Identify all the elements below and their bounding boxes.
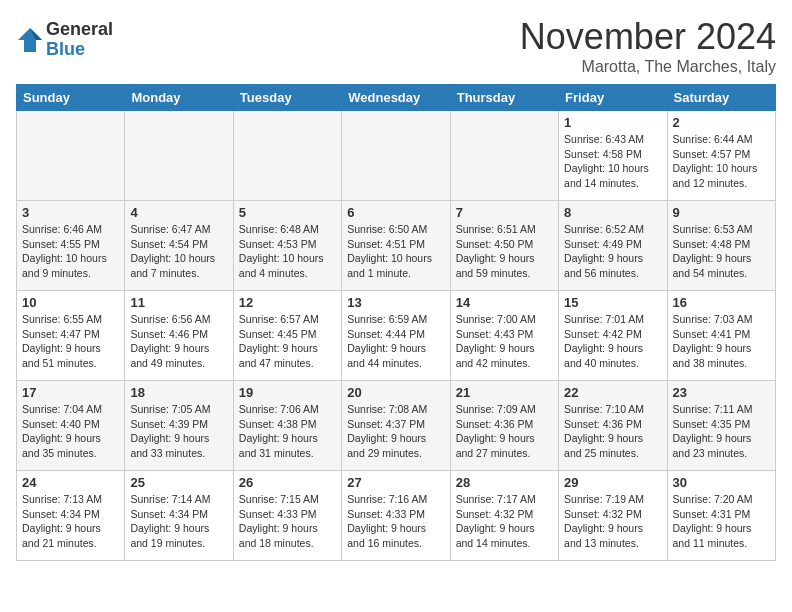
calendar-cell: 5Sunrise: 6:48 AM Sunset: 4:53 PM Daylig… xyxy=(233,201,341,291)
day-info: Sunrise: 7:00 AM Sunset: 4:43 PM Dayligh… xyxy=(456,312,553,371)
calendar-week-row: 3Sunrise: 6:46 AM Sunset: 4:55 PM Daylig… xyxy=(17,201,776,291)
day-number: 7 xyxy=(456,205,553,220)
calendar-header-saturday: Saturday xyxy=(667,85,775,111)
day-info: Sunrise: 6:48 AM Sunset: 4:53 PM Dayligh… xyxy=(239,222,336,281)
calendar-header-wednesday: Wednesday xyxy=(342,85,450,111)
calendar-cell xyxy=(17,111,125,201)
calendar-cell: 8Sunrise: 6:52 AM Sunset: 4:49 PM Daylig… xyxy=(559,201,667,291)
day-number: 10 xyxy=(22,295,119,310)
calendar-header-sunday: Sunday xyxy=(17,85,125,111)
calendar-cell: 30Sunrise: 7:20 AM Sunset: 4:31 PM Dayli… xyxy=(667,471,775,561)
day-number: 2 xyxy=(673,115,770,130)
location-title: Marotta, The Marches, Italy xyxy=(520,58,776,76)
day-info: Sunrise: 6:56 AM Sunset: 4:46 PM Dayligh… xyxy=(130,312,227,371)
day-number: 29 xyxy=(564,475,661,490)
calendar-cell: 27Sunrise: 7:16 AM Sunset: 4:33 PM Dayli… xyxy=(342,471,450,561)
calendar-week-row: 17Sunrise: 7:04 AM Sunset: 4:40 PM Dayli… xyxy=(17,381,776,471)
calendar-cell: 20Sunrise: 7:08 AM Sunset: 4:37 PM Dayli… xyxy=(342,381,450,471)
calendar-cell: 9Sunrise: 6:53 AM Sunset: 4:48 PM Daylig… xyxy=(667,201,775,291)
calendar-cell: 21Sunrise: 7:09 AM Sunset: 4:36 PM Dayli… xyxy=(450,381,558,471)
day-number: 20 xyxy=(347,385,444,400)
calendar-week-row: 24Sunrise: 7:13 AM Sunset: 4:34 PM Dayli… xyxy=(17,471,776,561)
logo-icon xyxy=(16,26,44,54)
day-info: Sunrise: 7:03 AM Sunset: 4:41 PM Dayligh… xyxy=(673,312,770,371)
logo-general: General xyxy=(46,19,113,39)
day-info: Sunrise: 7:15 AM Sunset: 4:33 PM Dayligh… xyxy=(239,492,336,551)
day-number: 12 xyxy=(239,295,336,310)
day-info: Sunrise: 6:51 AM Sunset: 4:50 PM Dayligh… xyxy=(456,222,553,281)
day-info: Sunrise: 7:20 AM Sunset: 4:31 PM Dayligh… xyxy=(673,492,770,551)
day-number: 16 xyxy=(673,295,770,310)
day-info: Sunrise: 7:10 AM Sunset: 4:36 PM Dayligh… xyxy=(564,402,661,461)
calendar-cell: 18Sunrise: 7:05 AM Sunset: 4:39 PM Dayli… xyxy=(125,381,233,471)
day-number: 26 xyxy=(239,475,336,490)
day-info: Sunrise: 7:17 AM Sunset: 4:32 PM Dayligh… xyxy=(456,492,553,551)
calendar-cell xyxy=(125,111,233,201)
day-info: Sunrise: 7:11 AM Sunset: 4:35 PM Dayligh… xyxy=(673,402,770,461)
day-info: Sunrise: 7:14 AM Sunset: 4:34 PM Dayligh… xyxy=(130,492,227,551)
day-info: Sunrise: 6:43 AM Sunset: 4:58 PM Dayligh… xyxy=(564,132,661,191)
calendar-cell: 22Sunrise: 7:10 AM Sunset: 4:36 PM Dayli… xyxy=(559,381,667,471)
day-number: 23 xyxy=(673,385,770,400)
day-number: 30 xyxy=(673,475,770,490)
day-info: Sunrise: 6:44 AM Sunset: 4:57 PM Dayligh… xyxy=(673,132,770,191)
calendar-cell: 17Sunrise: 7:04 AM Sunset: 4:40 PM Dayli… xyxy=(17,381,125,471)
calendar-cell: 28Sunrise: 7:17 AM Sunset: 4:32 PM Dayli… xyxy=(450,471,558,561)
calendar-cell: 14Sunrise: 7:00 AM Sunset: 4:43 PM Dayli… xyxy=(450,291,558,381)
day-info: Sunrise: 7:04 AM Sunset: 4:40 PM Dayligh… xyxy=(22,402,119,461)
day-number: 9 xyxy=(673,205,770,220)
day-number: 14 xyxy=(456,295,553,310)
day-number: 19 xyxy=(239,385,336,400)
calendar-cell: 26Sunrise: 7:15 AM Sunset: 4:33 PM Dayli… xyxy=(233,471,341,561)
calendar-header-row: SundayMondayTuesdayWednesdayThursdayFrid… xyxy=(17,85,776,111)
month-title: November 2024 xyxy=(520,16,776,58)
calendar-cell: 24Sunrise: 7:13 AM Sunset: 4:34 PM Dayli… xyxy=(17,471,125,561)
day-number: 6 xyxy=(347,205,444,220)
day-info: Sunrise: 7:16 AM Sunset: 4:33 PM Dayligh… xyxy=(347,492,444,551)
title-area: November 2024 Marotta, The Marches, Ital… xyxy=(520,16,776,76)
day-info: Sunrise: 6:47 AM Sunset: 4:54 PM Dayligh… xyxy=(130,222,227,281)
day-number: 24 xyxy=(22,475,119,490)
calendar-cell: 16Sunrise: 7:03 AM Sunset: 4:41 PM Dayli… xyxy=(667,291,775,381)
calendar-header-thursday: Thursday xyxy=(450,85,558,111)
calendar-cell xyxy=(450,111,558,201)
day-info: Sunrise: 7:08 AM Sunset: 4:37 PM Dayligh… xyxy=(347,402,444,461)
day-number: 21 xyxy=(456,385,553,400)
day-number: 22 xyxy=(564,385,661,400)
day-info: Sunrise: 6:52 AM Sunset: 4:49 PM Dayligh… xyxy=(564,222,661,281)
day-number: 13 xyxy=(347,295,444,310)
day-info: Sunrise: 7:09 AM Sunset: 4:36 PM Dayligh… xyxy=(456,402,553,461)
calendar-header-tuesday: Tuesday xyxy=(233,85,341,111)
day-info: Sunrise: 6:46 AM Sunset: 4:55 PM Dayligh… xyxy=(22,222,119,281)
calendar-cell: 10Sunrise: 6:55 AM Sunset: 4:47 PM Dayli… xyxy=(17,291,125,381)
calendar-cell xyxy=(233,111,341,201)
calendar-cell: 11Sunrise: 6:56 AM Sunset: 4:46 PM Dayli… xyxy=(125,291,233,381)
calendar-cell: 2Sunrise: 6:44 AM Sunset: 4:57 PM Daylig… xyxy=(667,111,775,201)
calendar-cell: 3Sunrise: 6:46 AM Sunset: 4:55 PM Daylig… xyxy=(17,201,125,291)
day-number: 5 xyxy=(239,205,336,220)
day-info: Sunrise: 7:01 AM Sunset: 4:42 PM Dayligh… xyxy=(564,312,661,371)
calendar-cell: 29Sunrise: 7:19 AM Sunset: 4:32 PM Dayli… xyxy=(559,471,667,561)
day-info: Sunrise: 7:05 AM Sunset: 4:39 PM Dayligh… xyxy=(130,402,227,461)
day-info: Sunrise: 6:57 AM Sunset: 4:45 PM Dayligh… xyxy=(239,312,336,371)
logo: General Blue xyxy=(16,20,113,60)
calendar-week-row: 10Sunrise: 6:55 AM Sunset: 4:47 PM Dayli… xyxy=(17,291,776,381)
calendar-cell: 1Sunrise: 6:43 AM Sunset: 4:58 PM Daylig… xyxy=(559,111,667,201)
calendar-cell xyxy=(342,111,450,201)
day-number: 3 xyxy=(22,205,119,220)
day-number: 11 xyxy=(130,295,227,310)
calendar-cell: 23Sunrise: 7:11 AM Sunset: 4:35 PM Dayli… xyxy=(667,381,775,471)
calendar-cell: 7Sunrise: 6:51 AM Sunset: 4:50 PM Daylig… xyxy=(450,201,558,291)
calendar-body: 1Sunrise: 6:43 AM Sunset: 4:58 PM Daylig… xyxy=(17,111,776,561)
calendar-cell: 4Sunrise: 6:47 AM Sunset: 4:54 PM Daylig… xyxy=(125,201,233,291)
calendar-cell: 15Sunrise: 7:01 AM Sunset: 4:42 PM Dayli… xyxy=(559,291,667,381)
day-number: 28 xyxy=(456,475,553,490)
day-info: Sunrise: 6:55 AM Sunset: 4:47 PM Dayligh… xyxy=(22,312,119,371)
day-number: 18 xyxy=(130,385,227,400)
calendar-week-row: 1Sunrise: 6:43 AM Sunset: 4:58 PM Daylig… xyxy=(17,111,776,201)
page-header: General Blue November 2024 Marotta, The … xyxy=(16,16,776,76)
day-number: 8 xyxy=(564,205,661,220)
day-info: Sunrise: 6:53 AM Sunset: 4:48 PM Dayligh… xyxy=(673,222,770,281)
calendar-cell: 6Sunrise: 6:50 AM Sunset: 4:51 PM Daylig… xyxy=(342,201,450,291)
day-info: Sunrise: 7:06 AM Sunset: 4:38 PM Dayligh… xyxy=(239,402,336,461)
